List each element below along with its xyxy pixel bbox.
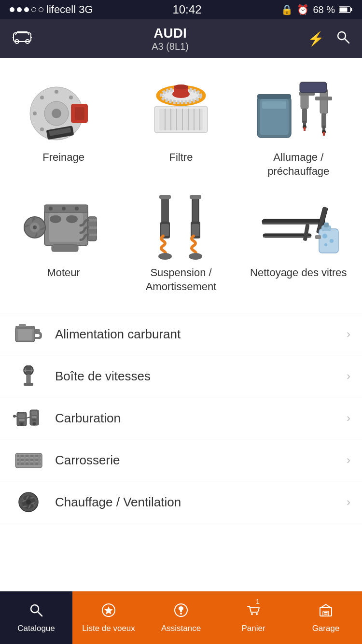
svg-line-9 [345,39,349,43]
freinage-label: Freinage [42,151,84,165]
svg-rect-127 [24,455,26,465]
flash-icon[interactable]: ⚡ [307,31,324,47]
vitesses-icon [12,364,45,388]
nettoyage-image [252,193,344,260]
carburation-label: Carburation [55,411,347,426]
assistance-icon [173,602,189,622]
status-right: 🔒 ⏰ 68 % [281,4,352,15]
voeux-icon [101,602,116,622]
svg-point-94 [330,239,334,243]
car-model: A3 (8L1) [152,41,189,52]
svg-point-118 [32,422,36,425]
svg-rect-99 [34,329,40,332]
category-nettoyage[interactable]: Nettoyage des vitres [240,188,357,303]
nav-assistance[interactable]: Assistance [145,591,217,644]
svg-point-113 [20,423,23,426]
chauffage-icon [12,490,45,514]
svg-rect-2 [340,8,348,12]
svg-point-95 [324,243,327,246]
search-icon[interactable] [336,30,350,48]
svg-rect-126 [19,455,21,465]
carrosserie-label: Carrosserie [55,453,347,468]
svg-point-15 [33,112,37,115]
carrier-label: lifecell [46,3,76,16]
svg-rect-128 [28,455,30,465]
status-left: lifecell 3G [10,3,93,16]
svg-point-141 [256,613,258,615]
carburation-icon [12,406,45,430]
category-freinage[interactable]: Freinage [5,72,122,188]
nav-voeux[interactable]: Liste de voeux [72,591,145,644]
dot1 [10,7,14,12]
svg-point-140 [251,613,253,615]
garage-label: Garage [312,624,340,633]
app-header: AUDI A3 (8L1) ⚡ [0,19,362,58]
svg-rect-81 [190,195,201,199]
svg-rect-98 [18,329,32,340]
svg-rect-79 [192,224,199,236]
svg-rect-49 [304,127,306,131]
catalogue-label: Catalogue [17,624,55,633]
svg-point-139 [180,613,182,615]
chauffage-label: Chauffage / Ventilation [55,495,347,510]
svg-rect-55 [323,132,325,136]
content-area: Freinage [0,58,362,581]
svg-rect-70 [88,219,97,222]
assistance-label: Assistance [161,624,201,633]
svg-rect-56 [315,97,332,100]
svg-marker-137 [105,606,113,614]
svg-rect-44 [257,94,291,99]
panier-badge: 1 [252,596,263,607]
suspension-label: Suspension / Amortissement [126,266,236,294]
svg-point-68 [33,225,37,229]
network-label: 3G [79,3,93,16]
moteur-label: Moteur [47,266,80,280]
nav-catalogue[interactable]: Catalogue [0,591,72,644]
vitesses-label: Boîte de vitesses [55,369,347,384]
svg-rect-110 [18,414,25,418]
svg-line-119 [27,417,30,418]
nav-garage[interactable]: Garage [290,591,362,644]
carburant-icon [12,322,45,346]
list-item-chauffage[interactable]: Chauffage / Ventilation › [0,481,362,523]
svg-point-18 [69,96,73,99]
list-item-carburation[interactable]: Carburation › [0,397,362,439]
svg-point-93 [322,234,327,238]
category-suspension[interactable]: Suspension / Amortissement [122,188,239,303]
category-allumage[interactable]: Allumage / préchauffage [240,72,357,188]
svg-rect-115 [31,411,37,415]
svg-rect-57 [300,82,327,93]
dot4 [31,7,36,12]
svg-point-13 [55,90,58,94]
car-select-icon[interactable] [12,27,33,50]
svg-rect-43 [262,101,286,109]
dot3 [24,7,29,12]
svg-rect-142 [320,607,332,616]
svg-rect-76 [161,224,169,236]
carburant-label: Alimentation carburant [55,327,347,342]
category-moteur[interactable]: Moteur [5,188,122,303]
nettoyage-label: Nettoyage des vitres [250,266,347,280]
dot2 [17,7,22,12]
car-name: AUDI [152,26,189,41]
list-item-carrosserie[interactable]: Carrosserie › [0,439,362,481]
list-section: Alimentation carburant › Boîte de vitess… [0,313,362,523]
svg-point-19 [40,127,44,131]
svg-rect-145 [324,614,328,615]
category-filtre[interactable]: Filtre [122,72,239,188]
svg-rect-111 [19,419,25,421]
freinage-image [18,77,110,145]
svg-rect-73 [52,245,78,252]
chauffage-chevron: › [347,495,350,509]
category-grid: Freinage [0,58,362,308]
filtre-image [135,77,227,145]
filtre-label: Filtre [169,151,193,165]
svg-rect-101 [19,324,26,327]
svg-rect-85 [262,223,325,224]
list-item-vitesses[interactable]: Boîte de vitesses › [0,355,362,397]
svg-point-61 [49,207,53,210]
list-item-carburant[interactable]: Alimentation carburant › [0,313,362,355]
garage-icon [318,602,334,622]
svg-rect-116 [32,416,37,418]
nav-panier[interactable]: 1 Panier [217,591,290,644]
